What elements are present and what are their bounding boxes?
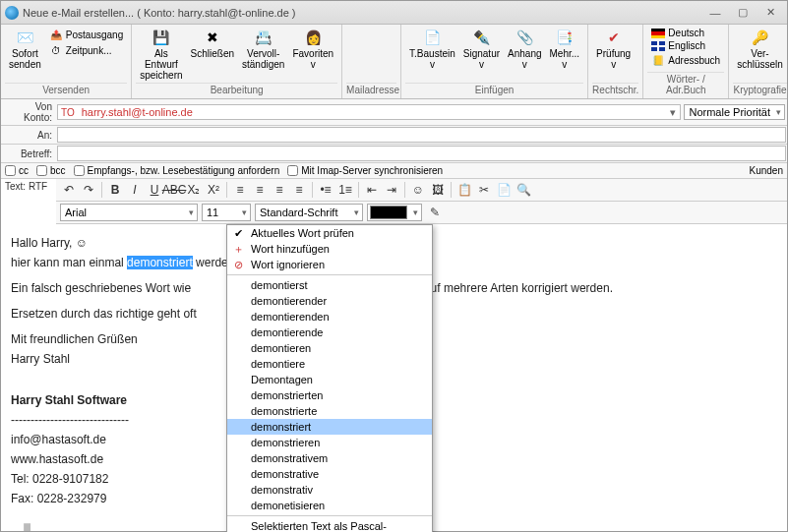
selected-word: demonstriert	[127, 256, 193, 269]
group-krypto: 🔑Ver- schlüsseln Kryptografie	[729, 25, 788, 98]
vonkonto-label: Von Konto:	[1, 99, 56, 125]
anhang-button[interactable]: 📎Anhang v	[504, 27, 545, 72]
ctx-suggestion[interactable]: demontieren	[227, 340, 432, 356]
ctx-suggestion[interactable]: demonstrierte	[227, 403, 432, 419]
an-row: An:	[1, 126, 787, 145]
number-list-button[interactable]: 1≡	[336, 181, 354, 199]
align-center-button[interactable]: ≡	[251, 181, 269, 199]
ribbon: ✉️Sofort senden 📤Postausgang ⏱Zeitpunk..…	[1, 25, 787, 99]
ctx-suggestion[interactable]: demonetisieren	[227, 498, 432, 513]
ctx-suggestion[interactable]: demonstrativem	[227, 450, 432, 466]
group-einfuegen: 📄T.Baustein v ✒️Signatur v 📎Anhang v 📑Me…	[401, 25, 588, 98]
check-icon: ✔	[231, 227, 245, 240]
an-field[interactable]	[57, 127, 786, 143]
options-row: cc bcc Empfangs-, bzw. Lesebestätigung a…	[1, 163, 787, 179]
empfang-checkbox[interactable]: Empfangs-, bzw. Lesebestätigung anforder…	[74, 165, 280, 176]
ctx-suggestion[interactable]: demontierender	[227, 293, 432, 309]
betreff-row: Betreff:	[1, 145, 787, 163]
account-dropdown-icon[interactable]: ▾	[666, 106, 680, 119]
strike-button[interactable]: ABC	[165, 181, 183, 199]
verschluesseln-button[interactable]: 🔑Ver- schlüsseln	[733, 27, 787, 72]
to-prefix: TO	[58, 107, 78, 118]
imap-checkbox[interactable]: Mit Imap-Server synchronisieren	[287, 165, 443, 176]
bullet-list-button[interactable]: •≡	[317, 181, 334, 199]
vervollstaendigen-button[interactable]: 📇Vervoll- ständigen	[238, 27, 288, 72]
align-right-button[interactable]: ≡	[271, 181, 288, 199]
ctx-suggestion[interactable]: Demontagen	[227, 372, 432, 387]
redo-button[interactable]: ↷	[80, 181, 97, 199]
bold-button[interactable]: B	[106, 181, 124, 199]
addressbook-icon: 📒	[651, 53, 665, 67]
image-button[interactable]: 🖼	[429, 181, 447, 199]
group-label: Rechtschr.	[592, 83, 638, 96]
from-account[interactable]: harry.stahl@t-online.de	[78, 106, 667, 118]
superscript-button[interactable]: X²	[205, 181, 222, 199]
priority-select[interactable]: Normale Priorität	[684, 104, 785, 120]
mehr-button[interactable]: 📑Mehr... v	[546, 27, 584, 72]
ctx-suggestion[interactable]: demonstriert	[227, 419, 432, 435]
indent-button[interactable]: ⇥	[383, 181, 400, 199]
ctx-suggestion[interactable]: demontierst	[227, 277, 432, 293]
adressbuch-button[interactable]: 📒Adressbuch	[647, 52, 724, 68]
postausgang-button[interactable]: 📤Postausgang	[45, 27, 127, 42]
emoji-button[interactable]: ☺	[409, 181, 427, 199]
outbox-icon: 📤	[49, 28, 63, 41]
signatur-button[interactable]: ✒️Signatur v	[459, 27, 504, 72]
pruefung-button[interactable]: ✔Prüfung v	[592, 27, 635, 72]
align-left-button[interactable]: ≡	[231, 181, 249, 199]
favoriten-button[interactable]: 👩Favoriten v	[288, 27, 337, 72]
cc-checkbox[interactable]: cc	[5, 165, 29, 176]
window-title: Neue e-Mail erstellen... ( Konto: harry.…	[23, 7, 700, 19]
ctx-separator	[227, 274, 432, 275]
anchor-arrow-icon: ⬇	[7, 517, 46, 532]
italic-button[interactable]: I	[126, 181, 144, 199]
betreff-field[interactable]	[57, 146, 786, 161]
schliessen-button[interactable]: ✖Schließen	[187, 27, 238, 61]
ctx-suggestion[interactable]: demontierende	[227, 325, 432, 340]
maximize-button[interactable]: ▢	[730, 4, 756, 22]
highlight-button[interactable]: ✎	[426, 204, 444, 221]
paste-button[interactable]: 📄	[495, 181, 513, 199]
lang-deutsch[interactable]: Deutsch	[647, 27, 724, 39]
font-color-select[interactable]	[367, 204, 422, 221]
kunden-link[interactable]: Kunden	[750, 165, 783, 176]
ctx-suggestion[interactable]: demonstrierten	[227, 387, 432, 403]
ctx-add-word[interactable]: ＋Wort hinzufügen	[227, 241, 432, 257]
ban-icon: ⊘	[231, 259, 245, 271]
ctx-suggestion[interactable]: demonstrative	[227, 466, 432, 482]
zeitpunkt-button[interactable]: ⏱Zeitpunk...	[45, 42, 127, 58]
outdent-button[interactable]: ⇤	[363, 181, 381, 199]
subscript-button[interactable]: X₂	[185, 181, 203, 199]
cut-button[interactable]: ✂	[475, 181, 493, 199]
send-icon: ✉️	[16, 29, 33, 46]
copy-button[interactable]: 📋	[455, 181, 473, 199]
attach-icon: 📎	[515, 29, 533, 46]
ctx-suggestion[interactable]: demontiere	[227, 356, 432, 372]
key-icon: 🔑	[752, 29, 769, 46]
font-style-select[interactable]: Standard-Schrift	[255, 204, 363, 221]
ctx-pascal-format[interactable]: Selektierten Text als Pascal-Formatierun…	[227, 518, 432, 532]
font-name-select[interactable]: Arial	[60, 204, 198, 221]
entwurf-button[interactable]: 💾Als Entwurf speichern	[136, 27, 186, 83]
font-size-select[interactable]: 11	[202, 204, 251, 221]
favorites-icon: 👩	[304, 29, 322, 46]
signature-icon: ✒️	[472, 29, 490, 46]
context-menu: ✔Aktuelles Wort prüfen ＋Wort hinzufügen …	[226, 224, 433, 532]
undo-button[interactable]: ↶	[60, 181, 78, 199]
group-adrbuch: Deutsch Englisch 📒Adressbuch Wörter- / A…	[643, 25, 729, 98]
find-button[interactable]: 🔍	[515, 181, 532, 199]
tbaustein-button[interactable]: 📄T.Baustein v	[405, 27, 459, 72]
lang-englisch[interactable]: Englisch	[647, 39, 724, 52]
sofort-senden-button[interactable]: ✉️Sofort senden	[5, 27, 45, 72]
minimize-button[interactable]: —	[702, 4, 728, 22]
underline-button[interactable]: U	[146, 181, 163, 199]
bcc-checkbox[interactable]: bcc	[36, 165, 66, 176]
align-justify-button[interactable]: ≡	[290, 181, 308, 199]
spellcheck-icon: ✔	[605, 29, 623, 46]
ctx-suggestion[interactable]: demontierenden	[227, 309, 432, 325]
ctx-suggestion[interactable]: demonstrieren	[227, 435, 432, 450]
ctx-suggestion[interactable]: demonstrativ	[227, 482, 432, 498]
close-button[interactable]: ✕	[758, 4, 783, 22]
ctx-ignore-word[interactable]: ⊘Wort ignorieren	[227, 257, 432, 272]
ctx-check-word[interactable]: ✔Aktuelles Wort prüfen	[227, 225, 432, 241]
